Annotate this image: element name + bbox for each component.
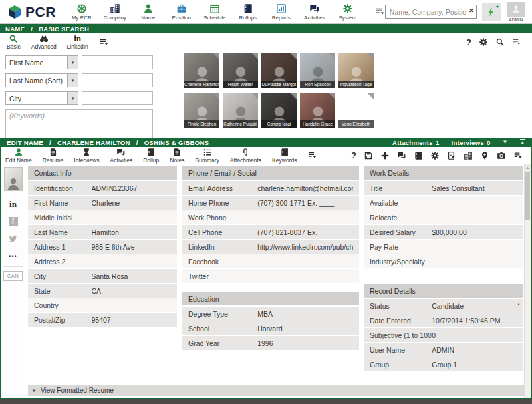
field-row[interactable]: School Harvard <box>182 321 359 335</box>
field-row[interactable]: Home Phone (707) 300-1771 Ex. ____ <box>182 196 359 210</box>
tab-interviews[interactable]: Interviews <box>74 148 99 164</box>
tab-summary[interactable]: Summary <box>195 148 219 164</box>
field-row[interactable]: Cell Phone (707) 821-8037 Ex. ____ <box>182 225 359 239</box>
field-row[interactable]: Middle Initial <box>28 210 177 224</box>
result-photo-card[interactable]: DuPlaisse Margot <box>261 53 297 88</box>
field-select[interactable]: First Name ▼ <box>5 55 78 69</box>
nav-item-reports[interactable]: Reports <box>265 0 298 23</box>
field-row[interactable]: Identification ADMIN123367 <box>28 181 177 195</box>
breadcrumb-section[interactable]: NAME <box>5 25 25 33</box>
record-crumb-company-link[interactable]: OSHINS & GIBBONS <box>144 139 209 146</box>
field-row[interactable]: Country <box>28 298 177 312</box>
tab-notes[interactable]: Notes <box>170 148 184 164</box>
field-value-input[interactable] <box>82 91 153 105</box>
result-photo-card[interactable]: Katherine Pulaski <box>223 93 258 128</box>
company-link-icon[interactable] <box>464 151 473 160</box>
field-row[interactable]: Relocate <box>364 210 523 224</box>
clear-search-icon[interactable]: ✕ <box>469 7 474 14</box>
nav-item-rollups[interactable]: Rollups <box>231 0 265 23</box>
twitter-icon[interactable] <box>8 234 18 246</box>
scrollbar-thumb[interactable] <box>525 172 530 220</box>
field-row[interactable]: State CA <box>28 284 177 298</box>
result-photo-card[interactable]: Charlene Hamilton <box>184 53 219 88</box>
edit-form-icon[interactable] <box>447 151 456 160</box>
help-icon[interactable]: ? <box>351 150 356 160</box>
result-photo-card[interactable]: Concra Iorai <box>261 93 297 128</box>
more-menu-icon[interactable] <box>512 37 521 47</box>
facebook-icon[interactable]: f <box>9 217 18 226</box>
result-photo-card[interactable]: Venn Elizabeth <box>338 93 374 128</box>
add-record-icon[interactable] <box>380 151 390 160</box>
search-toolbar-menu-icon[interactable] <box>99 37 109 47</box>
tab-attachments[interactable]: Attachments <box>230 148 261 164</box>
result-photo-card[interactable]: Pinkie Stephen <box>184 93 219 128</box>
field-value-input[interactable] <box>82 55 153 69</box>
tab-edit-name[interactable]: Edit Name <box>5 148 32 164</box>
scrollbar-up-icon[interactable]: ▲ <box>525 164 531 172</box>
field-row[interactable]: Twitter <box>182 269 359 283</box>
field-row[interactable]: Subjective (1 to 100) 0 <box>364 328 523 342</box>
field-row[interactable]: City Santa Rosa <box>28 269 177 283</box>
field-row[interactable]: Postal/Zip 95407 <box>28 313 177 327</box>
more-social-icon[interactable]: ••• <box>9 253 17 260</box>
tab-advanced-search[interactable]: Advanced <box>31 34 57 50</box>
field-row[interactable]: Address 1 985 E 6th Ave <box>28 240 177 254</box>
rollup-book-icon[interactable] <box>414 151 423 160</box>
nav-overflow-menu-icon[interactable] <box>375 7 385 17</box>
counter-badge[interactable]: Interviews 0 <box>452 139 491 146</box>
field-row[interactable]: Email Address charlene.hamilton@hotmail.… <box>182 181 359 195</box>
photo-camera-icon[interactable] <box>497 151 506 160</box>
field-row[interactable]: Grad Year 1996 <box>182 336 359 350</box>
scroll-to-top-icon[interactable]: ▲ <box>520 139 525 146</box>
help-icon[interactable]: ? <box>466 37 471 47</box>
activity-icon[interactable] <box>397 151 406 160</box>
record-crumb-section[interactable]: EDIT NAME <box>7 139 43 146</box>
result-photo-card[interactable]: Hiram Walter <box>223 53 258 88</box>
field-select[interactable]: City ▼ <box>5 91 78 105</box>
tab-basic-search[interactable]: Basic <box>7 34 21 50</box>
map-pin-icon[interactable] <box>480 151 489 160</box>
field-row[interactable]: Address 2 <box>28 254 177 268</box>
field-row[interactable]: LinkedIn http://www.linkedin.com/pub/cha… <box>182 240 359 254</box>
record-more-menu-icon[interactable] <box>513 151 523 160</box>
tab-linkedin-search[interactable]: inLinkedIn <box>67 34 88 50</box>
tab-rollup[interactable]: Rollup <box>143 148 159 164</box>
field-row[interactable]: Industry/Specialty <box>364 254 523 268</box>
tab-activities[interactable]: Activities <box>110 148 133 164</box>
field-row[interactable]: Degree Type MBA <box>182 307 359 321</box>
record-scrollbar[interactable]: ▲ <box>524 164 531 398</box>
field-row[interactable]: Pay Rate <box>364 240 523 254</box>
field-row[interactable]: Desired Salary $80,000.00 <box>364 225 523 239</box>
pcr-logo[interactable]: PCR <box>0 4 65 20</box>
result-photo-card[interactable]: Handelin Grace <box>300 93 335 128</box>
field-row[interactable]: First Name Charlene <box>28 196 177 210</box>
nav-item-company[interactable]: Company <box>98 0 132 23</box>
record-crumb-name[interactable]: CHARLENE HAMILTON <box>57 139 130 146</box>
result-photo-card[interactable]: Ron Spaccoli <box>300 53 335 88</box>
result-photo-card[interactable]: Ingvarsson Tage <box>338 53 374 88</box>
nav-item-position[interactable]: Position <box>165 0 198 23</box>
nav-item-activities[interactable]: Activities <box>298 0 331 23</box>
field-select[interactable]: Last Name (Sort) ▼ <box>5 73 78 87</box>
save-icon[interactable] <box>364 151 373 160</box>
record-settings-gear-icon[interactable] <box>430 151 440 160</box>
tab-resume[interactable]: Resume <box>43 148 64 164</box>
field-row[interactable]: Status Candidate <box>364 299 523 313</box>
record-toolbar-menu-icon[interactable] <box>307 150 317 160</box>
field-row[interactable]: Available <box>364 196 523 210</box>
field-row[interactable]: Date Entered 10/7/2014 1:50:46 PM <box>364 313 523 327</box>
field-row[interactable]: Facebook <box>182 254 359 268</box>
user-menu[interactable]: ADMIN <box>506 2 526 22</box>
linkedin-icon[interactable]: in <box>9 199 17 210</box>
view-formatted-resume-bar[interactable]: ▸ View Formatted Resume <box>28 385 529 396</box>
global-search-input[interactable] <box>385 5 477 19</box>
nav-item-system[interactable]: System <box>331 0 364 23</box>
tab-keywords[interactable]: Keywords <box>272 148 297 164</box>
field-row[interactable]: Title Sales Consultant <box>364 181 523 195</box>
field-row[interactable]: Work Phone <box>182 210 359 224</box>
nav-item-schedule[interactable]: Schedule <box>198 0 231 23</box>
status-dropdown-arrow-icon[interactable]: ▲ <box>517 302 521 306</box>
quick-action-button[interactable]: + <box>482 3 501 21</box>
settings-gear-icon[interactable] <box>479 37 488 47</box>
counter-badge[interactable]: Attachments 1 <box>392 139 439 146</box>
